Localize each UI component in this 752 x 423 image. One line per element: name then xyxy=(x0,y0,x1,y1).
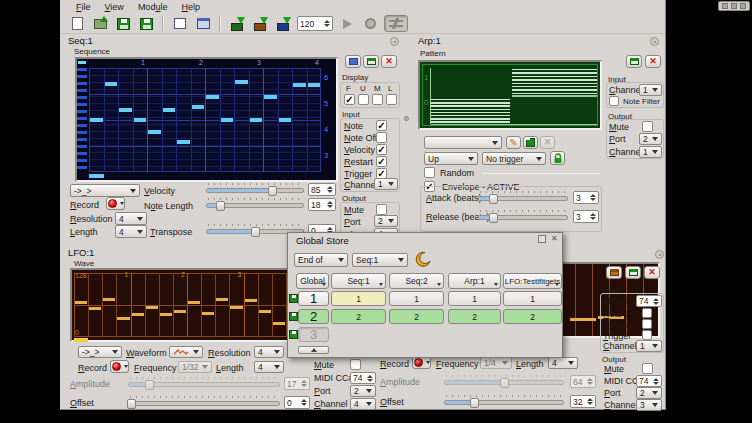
store-collapse-button[interactable] xyxy=(298,346,329,354)
store-column-global[interactable]: Global xyxy=(296,273,329,289)
lfo-wave-step[interactable] xyxy=(89,307,101,310)
seq-note-bar[interactable] xyxy=(264,95,277,99)
lfo2-amplitude-spinbox[interactable]: 64 xyxy=(570,375,596,388)
arp-port-select[interactable]: 2 xyxy=(639,133,662,145)
waveform-select[interactable] xyxy=(169,346,203,358)
lfo-resolution-select[interactable]: 4 xyxy=(254,346,284,358)
arp-delete-button[interactable]: ✕ xyxy=(645,55,661,68)
arp-out-channel-select[interactable]: 1 xyxy=(639,146,662,158)
seq-note-bar[interactable] xyxy=(163,108,176,112)
store-column-seq2[interactable]: Seq:2 xyxy=(389,273,444,289)
lfo2-offset-spinbox[interactable]: 32 xyxy=(570,395,596,408)
lfo-mute-checkbox[interactable] xyxy=(350,359,361,370)
release-spinbox[interactable]: 3 xyxy=(573,210,599,223)
lfo-cc-spinbox[interactable]: 74 xyxy=(350,372,376,384)
sequence-display[interactable]: 12346543 xyxy=(75,57,338,182)
store-switch-at-select[interactable]: End of xyxy=(294,253,348,267)
lfo2-offset-slider[interactable] xyxy=(444,395,564,408)
lfo2-delete-button[interactable]: ✕ xyxy=(644,266,660,279)
midi-clock-button[interactable] xyxy=(361,16,379,32)
seq-mute-checkbox[interactable] xyxy=(376,204,387,215)
seq-note-bar[interactable] xyxy=(177,140,190,144)
lfo2-trigger-checkbox[interactable] xyxy=(642,330,652,340)
store-row-1-button[interactable]: 1 xyxy=(298,291,329,306)
wm-minimize-icon[interactable] xyxy=(722,3,728,9)
seq-record-button[interactable] xyxy=(106,197,125,210)
seq-loop-mode-select[interactable]: ->_> xyxy=(70,184,140,197)
add-arp-button[interactable] xyxy=(228,16,246,32)
seq-note-bar[interactable] xyxy=(134,118,147,122)
arp-mute-checkbox[interactable] xyxy=(642,121,653,132)
wm-maximize-icon[interactable] xyxy=(731,3,737,9)
lfo-amplitude-spinbox[interactable]: 17 xyxy=(284,377,310,390)
arp-latch-button[interactable] xyxy=(550,151,565,165)
seq-port-select[interactable]: 2 xyxy=(374,215,398,227)
velocity-slider[interactable] xyxy=(206,183,304,196)
event-log-button[interactable] xyxy=(194,16,212,32)
seq-note-bar[interactable] xyxy=(221,118,234,122)
tempo-spin-arrows[interactable] xyxy=(324,20,330,27)
lfo2-in-cc-spinbox[interactable]: 74 xyxy=(636,295,662,307)
lfo-offset-slider[interactable] xyxy=(128,396,280,409)
add-lfo-button[interactable] xyxy=(251,16,269,32)
save-button[interactable] xyxy=(114,16,132,32)
tempo-spinbox[interactable]: 120 xyxy=(297,16,333,31)
lfo2-clone-button[interactable] xyxy=(606,266,622,279)
seq-delete-button[interactable]: ✕ xyxy=(381,55,397,68)
attack-spinbox[interactable]: 3 xyxy=(573,191,599,204)
lfo2-float-button[interactable] xyxy=(655,250,664,259)
store-row-save-icon[interactable] xyxy=(289,330,298,339)
lfo2-frequency-select[interactable]: 1/4 xyxy=(480,357,512,369)
new-window-button[interactable] xyxy=(171,16,189,32)
lfo-wave-step[interactable] xyxy=(216,298,228,301)
note-length-slider[interactable] xyxy=(206,198,304,211)
store-cell[interactable]: 1 xyxy=(389,291,444,306)
seq-note-bar[interactable] xyxy=(105,82,118,86)
jack-transport-toggle[interactable] xyxy=(384,15,408,32)
lfo-wave-step[interactable] xyxy=(117,317,129,320)
seq-in-channel-select[interactable]: 1 xyxy=(374,178,398,190)
lfo-wave-step[interactable] xyxy=(259,310,271,313)
lfo-port-select[interactable]: 2 xyxy=(350,385,376,397)
add-seq-button[interactable] xyxy=(274,16,292,32)
lfo-wave-step[interactable] xyxy=(174,310,186,313)
lfo2-port-select[interactable]: 2 xyxy=(636,387,662,399)
seq-rename-button[interactable] xyxy=(363,55,379,68)
lfo-loop-mode-select[interactable]: ->_> xyxy=(78,346,122,358)
pattern-store-button[interactable] xyxy=(523,136,538,149)
seq-resolution-select[interactable]: 4 xyxy=(115,212,147,225)
note-length-spinbox[interactable]: 18 xyxy=(308,198,336,211)
display-mid-checkbox[interactable] xyxy=(372,94,383,105)
note-checkbox[interactable] xyxy=(376,120,387,131)
arp-rename-button[interactable] xyxy=(626,55,642,68)
arp-direction-select[interactable]: Up xyxy=(424,152,478,165)
lfo-offset-spinbox[interactable]: 0 xyxy=(284,396,310,409)
wave-display[interactable]: 12341280 xyxy=(70,268,302,342)
seq-note-bar[interactable] xyxy=(279,118,292,122)
seq-note-bar[interactable] xyxy=(293,83,306,87)
store-cell[interactable]: 2 xyxy=(448,309,501,324)
open-file-button[interactable] xyxy=(91,16,109,32)
lfo-channel-select[interactable]: 4 xyxy=(350,398,376,410)
play-button[interactable] xyxy=(338,16,356,32)
seq-note-bar[interactable] xyxy=(148,130,161,134)
display-full-checkbox[interactable] xyxy=(344,94,355,105)
arp-float-button[interactable] xyxy=(650,37,659,46)
lfo-wave-step[interactable] xyxy=(160,313,172,316)
lfo-frequency-select[interactable]: 1/32 xyxy=(178,361,212,373)
pattern-display[interactable]: 10 xyxy=(418,60,602,130)
store-cell[interactable]: 1 xyxy=(331,291,386,306)
store-cell[interactable]: 2 xyxy=(503,309,562,324)
lfo2-restart-checkbox[interactable] xyxy=(642,319,652,329)
note-filter-checkbox[interactable] xyxy=(609,96,619,106)
store-row-save-icon[interactable] xyxy=(289,294,298,303)
seq-clone-button[interactable] xyxy=(345,55,361,68)
seq-length-select[interactable]: 4 xyxy=(115,225,147,238)
store-column-lfo[interactable]: LFO:Testifitgets xyxy=(503,273,562,289)
menu-view[interactable]: View xyxy=(99,1,130,13)
store-row-save-icon[interactable] xyxy=(289,312,298,321)
display-lower-checkbox[interactable] xyxy=(386,94,397,105)
lfo2-cc-spinbox[interactable]: 74 xyxy=(636,375,662,387)
dialog-float-icon[interactable] xyxy=(538,235,546,243)
lfo-wave-step[interactable] xyxy=(273,322,285,325)
